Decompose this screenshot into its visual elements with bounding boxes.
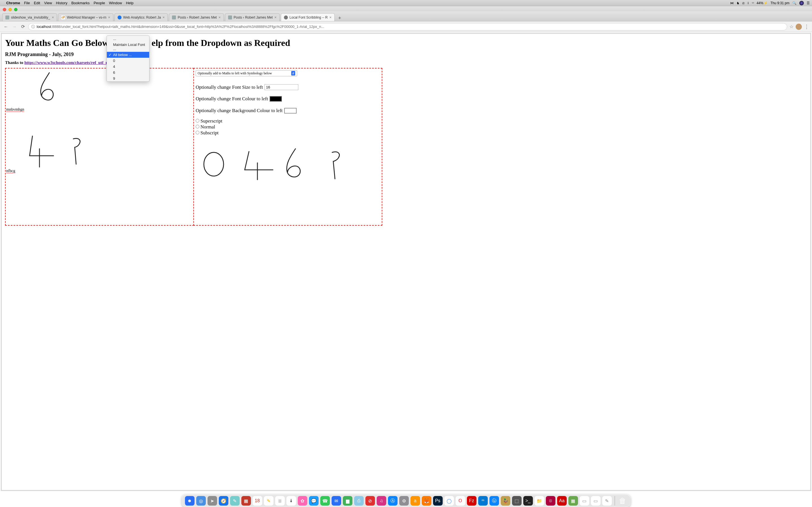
bluetooth-icon[interactable]: ᚼ xyxy=(747,1,749,5)
dock-app[interactable]: ⬚ xyxy=(512,496,522,506)
spotlight-icon[interactable]: 🔍 xyxy=(792,1,797,5)
dropdown-option[interactable]: 9 xyxy=(107,75,149,81)
back-button[interactable]: ← xyxy=(3,24,9,29)
forward-button[interactable]: → xyxy=(11,24,17,29)
dock-app[interactable]: ✉ xyxy=(332,496,341,506)
dock-app[interactable]: 🧭 xyxy=(219,496,229,506)
dropdown-option[interactable]: 4 xyxy=(107,64,149,69)
minimize-window[interactable] xyxy=(8,8,12,11)
font-dropdown[interactable]: ... Maintain Local Font ... All below ..… xyxy=(107,36,149,82)
dock-app[interactable]: 🌡 xyxy=(287,496,296,506)
bookmark-star-icon[interactable]: ☆ xyxy=(790,24,794,29)
tab-close-icon[interactable]: × xyxy=(52,15,54,19)
dock-app[interactable]: ☎ xyxy=(320,496,330,506)
close-window[interactable] xyxy=(3,8,6,11)
menu-history[interactable]: History xyxy=(56,1,67,5)
dock-app[interactable]: ➤ xyxy=(207,496,217,506)
trash-icon[interactable]: 🗑 xyxy=(618,496,627,506)
dock-app[interactable]: ▦ xyxy=(241,496,251,506)
menu-edit[interactable]: Edit xyxy=(34,1,40,5)
siri-icon[interactable] xyxy=(799,1,804,5)
radio-superscript[interactable]: Superscript xyxy=(196,118,222,124)
tab-close-icon[interactable]: × xyxy=(329,15,332,19)
menu-people[interactable]: People xyxy=(94,1,105,5)
dock-app[interactable]: O xyxy=(456,496,465,506)
new-tab-button[interactable]: + xyxy=(336,15,344,21)
dock-app[interactable]: a xyxy=(410,496,420,506)
dock-app[interactable]: Ps xyxy=(433,496,443,506)
dropdown-option-selected[interactable]: All below ... xyxy=(107,52,149,58)
clock[interactable]: Thu 9:31 pm xyxy=(770,1,790,5)
profile-avatar[interactable] xyxy=(796,24,802,30)
dock-app[interactable]: Aa xyxy=(557,496,567,506)
address-bar[interactable]: ⓘ localhost:8888/under_local_font.html?h… xyxy=(28,23,787,31)
site-info-icon[interactable]: ⓘ xyxy=(31,24,35,29)
dock-app[interactable]: ♫ xyxy=(377,496,386,506)
reload-button[interactable]: ⟳ xyxy=(20,24,26,29)
dropdown-option[interactable]: Maintain Local Font ... xyxy=(107,42,149,52)
dropdown-option[interactable]: 6 xyxy=(107,69,149,75)
dock-app[interactable]: Ⓐ xyxy=(388,496,398,506)
dock-app[interactable]: ▦ xyxy=(568,496,578,506)
notifications-icon[interactable]: ☰ xyxy=(807,1,810,5)
dock-app[interactable]: ◯ xyxy=(444,496,454,506)
dock-app[interactable]: 🦆 xyxy=(501,496,510,506)
dock-app[interactable]: ⓤ xyxy=(490,496,499,506)
menu-view[interactable]: View xyxy=(44,1,52,5)
dock-app[interactable]: >_ xyxy=(523,496,533,506)
dock-app[interactable]: ⎅ xyxy=(546,496,555,506)
dock-app[interactable]: ✎ xyxy=(264,496,273,506)
dock-tray: ☻◎➤🧭✎▦18✎≣🌡✿💬☎✉▆⎙⊘♫Ⓐ⚙a🦊Ps◯OFzᵐⓤ🦆⬚>_📁⎅Aa▦… xyxy=(182,495,630,507)
dock-app[interactable]: ☻ xyxy=(185,496,195,506)
tab-close-icon[interactable]: × xyxy=(218,15,221,19)
bgcolor-swatch[interactable] xyxy=(284,108,297,114)
menu-app[interactable]: Chrome xyxy=(6,1,20,5)
menubar-icon[interactable]: ⋈ xyxy=(730,1,733,5)
dock-app[interactable]: 18 xyxy=(253,496,262,506)
dock-app[interactable]: ⎙ xyxy=(354,496,364,506)
battery-status[interactable]: 44% ⚡ xyxy=(757,1,768,5)
maths-canvas[interactable]: mnbvmhgn nfbcg xyxy=(5,68,194,226)
dock-app[interactable]: ≣ xyxy=(275,496,285,506)
tab-close-icon[interactable]: × xyxy=(108,15,110,19)
dock-app[interactable]: ▆ xyxy=(343,496,352,506)
dock-app[interactable]: ◎ xyxy=(196,496,206,506)
avast-icon[interactable]: ♞ xyxy=(737,1,740,5)
dock-app[interactable]: ᵐ xyxy=(478,496,488,506)
dock-app[interactable]: ✿ xyxy=(298,496,307,506)
dock-app[interactable]: ▭ xyxy=(591,496,601,506)
tab-close-icon[interactable]: × xyxy=(163,15,165,19)
dock-app[interactable]: ⚙ xyxy=(399,496,409,506)
menu-window[interactable]: Window xyxy=(109,1,122,5)
symbology-select[interactable]: Optionally add to Maths to left with Sym… xyxy=(196,70,297,76)
menu-help[interactable]: Help xyxy=(126,1,134,5)
dock-app[interactable]: ▭ xyxy=(580,496,589,506)
menu-bookmarks[interactable]: Bookmarks xyxy=(71,1,90,5)
dock-app[interactable]: ✎ xyxy=(602,496,612,506)
fontcolor-swatch[interactable] xyxy=(269,96,282,102)
controls-panel: Optionally add to Maths to left with Sym… xyxy=(193,68,382,226)
tab-close-icon[interactable]: × xyxy=(274,15,276,19)
dock-app[interactable]: ✎ xyxy=(230,496,240,506)
dropdown-option[interactable]: ... xyxy=(107,36,149,42)
wifi-icon[interactable]: ⌔ xyxy=(752,1,754,5)
tab[interactable]: cP WebHost Manager – vs-rn × xyxy=(58,13,113,21)
tab[interactable]: slideshow_via_invisibility_ × xyxy=(2,13,57,21)
maximize-window[interactable] xyxy=(14,8,17,11)
tab[interactable]: Web Analytics: Robert Ja × xyxy=(114,13,168,21)
dock-app[interactable]: ⊘ xyxy=(365,496,375,506)
radio-subscript[interactable]: Subscript xyxy=(196,130,222,136)
dock-app[interactable]: 📁 xyxy=(535,496,544,506)
chrome-menu-icon[interactable]: ⋮ xyxy=(804,24,809,30)
tab[interactable]: Posts ‹ Robert James Met × xyxy=(225,13,280,21)
tab[interactable]: Posts ‹ Robert James Met × xyxy=(169,13,223,21)
dropdown-option[interactable]: 0 xyxy=(107,58,149,64)
tab-active[interactable]: Local Font Scribbling -- R × xyxy=(281,13,335,21)
fontsize-input[interactable] xyxy=(264,84,298,90)
airplay-icon[interactable]: ⎚ xyxy=(742,1,744,5)
menu-file[interactable]: File xyxy=(24,1,30,5)
radio-normal[interactable]: Normal xyxy=(196,124,222,130)
dock-app[interactable]: Fz xyxy=(467,496,476,506)
dock-app[interactable]: 💬 xyxy=(309,496,319,506)
dock-app[interactable]: 🦊 xyxy=(422,496,432,506)
